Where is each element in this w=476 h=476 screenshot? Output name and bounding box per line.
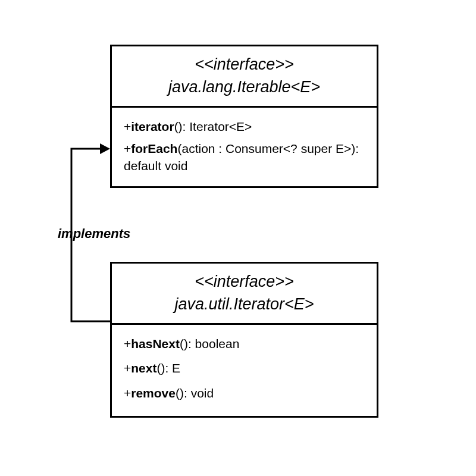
method-signature: (): Iterator<E> [174,120,252,133]
stereotype-label: <<interface>> [124,271,365,293]
method-prefix: + [124,361,131,375]
stereotype-label: <<interface>> [124,54,365,76]
uml-body-iterator: +hasNext(): boolean +next(): E +remove()… [112,325,377,416]
uml-body-iterable: +iterator(): Iterator<E> +forEach(action… [112,108,377,186]
method-signature: (): boolean [180,337,239,350]
method-prefix: + [124,337,131,350]
relationship-label: implements [58,226,130,242]
class-name: java.lang.Iterable<E> [124,76,365,99]
uml-header-iterable: <<interface>> java.lang.Iterable<E> [112,46,377,108]
class-name: java.util.Iterator<E> [124,293,365,316]
method-name: remove [131,386,176,400]
method-row: +hasNext(): boolean [124,333,365,355]
method-name: next [131,361,156,375]
method-row: +remove(): void [124,383,365,404]
method-row: +iterator(): Iterator<E> [124,116,365,137]
uml-class-iterator: <<interface>> java.util.Iterator<E> +has… [110,262,378,418]
method-row: +next(): E [124,358,365,379]
method-name: hasNext [131,337,180,350]
method-prefix: + [124,386,131,400]
method-name: iterator [131,120,174,133]
uml-header-iterator: <<interface>> java.util.Iterator<E> [112,264,377,325]
uml-class-iterable: <<interface>> java.lang.Iterable<E> +ite… [110,45,378,188]
method-prefix: + [124,120,131,133]
svg-marker-0 [100,143,110,154]
method-row: +forEach(action : Consumer<? super E>): … [124,140,365,174]
method-signature: (): void [176,386,214,400]
method-signature: (): E [156,361,180,375]
method-name: forEach [131,142,177,155]
method-prefix: + [124,142,131,155]
